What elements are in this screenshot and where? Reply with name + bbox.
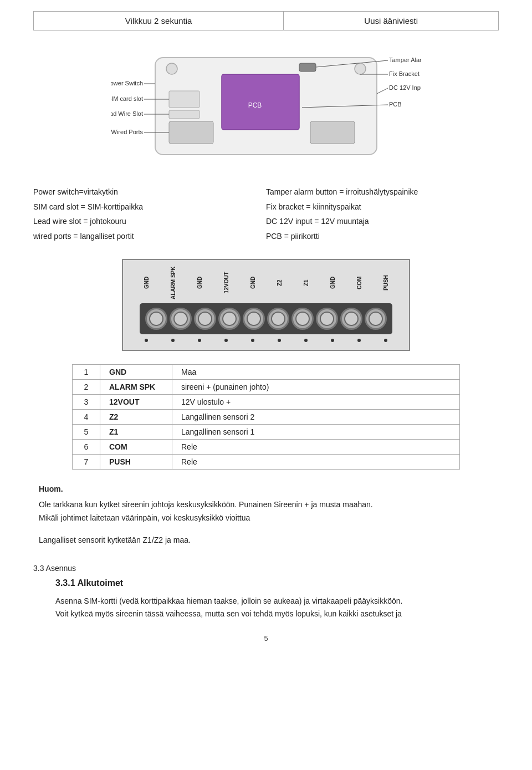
label-fix-bracket: Fix Bracket	[389, 70, 420, 77]
row-6-name: COM	[100, 440, 172, 455]
trans-right-1: Tamper alarm button = irroitushälytyspai…	[266, 185, 499, 200]
trans-left-2: SIM card slot = SIM-korttipaikka	[33, 200, 266, 215]
label-tamper: Tamper Alarm Button	[389, 57, 421, 63]
row-4-desc: Langallinen sensori 2	[172, 410, 460, 425]
port-connector-1	[145, 308, 167, 330]
section-body-2: Voit kytkeä myös sireenin tässä vaiheess…	[33, 608, 499, 621]
translations-section: Power switch=virtakytkin SIM card slot =…	[33, 185, 499, 243]
svg-rect-3	[310, 121, 355, 144]
port-connector-3	[194, 308, 216, 330]
svg-point-6	[166, 63, 177, 74]
row-7-name: PUSH	[100, 455, 172, 470]
table-row: 5 Z1 Langallinen sensori 1	[73, 425, 460, 440]
label-wired-ports: Wired Ports	[111, 129, 144, 135]
table-row: 6 COM Rele	[73, 440, 460, 455]
notes-text-2: Mikäli johtimet laitetaan väärinpäin, vo…	[39, 512, 493, 525]
label-sim-card: SIM card slot	[111, 95, 143, 102]
section-body-1: Asenna SIM-kortti (vedä korttipaikkaa hi…	[33, 595, 499, 608]
row-7-num: 7	[73, 455, 100, 470]
port-labels-row: GND ALARM SPK GND 12VOUT GND Z2 Z1 GND C…	[133, 266, 399, 300]
notes-text-3: Langalliset sensorit kytketään Z1/Z2 ja …	[39, 534, 493, 547]
port-label-4: 12VOUT	[213, 266, 239, 300]
row-3-name: 12VOUT	[100, 395, 172, 410]
section-3-label: 3.3 Asennus	[33, 564, 499, 573]
section-3-1-label: 3.3.1 Alkutoimet	[55, 578, 499, 588]
port-label-1: GND	[133, 266, 160, 300]
port-connector-4	[218, 308, 241, 330]
device-diagram: PCB Power Switch SIM card slot Lead Wire…	[33, 44, 499, 171]
trans-left-3: Lead wire slot = johtokouru	[33, 214, 266, 229]
page-number: 5	[33, 634, 499, 642]
label-power-switch: Power Switch	[111, 80, 143, 86]
notes-section: Huom. Ole tarkkana kun kytket sireenin j…	[33, 483, 499, 547]
port-table: 1 GND Maa 2 ALARM SPK sireeni + (punaine…	[72, 364, 460, 470]
row-6-desc: Rele	[172, 440, 460, 455]
trans-left-1: Power switch=virtakytkin	[33, 185, 266, 200]
port-label-2: ALARM SPK	[160, 266, 186, 300]
label-pcb: PCB	[389, 101, 402, 108]
row-5-num: 5	[73, 425, 100, 440]
top-table-cell-1: Vilkkuu 2 sekuntia	[34, 12, 284, 30]
port-label-9: COM	[346, 266, 372, 300]
table-row: 2 ALARM SPK sireeni + (punainen johto)	[73, 380, 460, 395]
port-connector-7	[291, 308, 314, 330]
port-connector-6	[267, 308, 289, 330]
port-connector-10	[365, 308, 387, 330]
port-label-6: Z2	[266, 266, 293, 300]
row-1-name: GND	[100, 365, 172, 380]
row-3-num: 3	[73, 395, 100, 410]
trans-right-3: DC 12V input = 12V muuntaja	[266, 214, 499, 229]
port-connector-9	[340, 308, 362, 330]
top-table-cell-2: Uusi ääniviesti	[284, 12, 499, 30]
row-3-desc: 12V ulostulo +	[172, 395, 460, 410]
row-4-num: 4	[73, 410, 100, 425]
port-connector-5	[243, 308, 265, 330]
table-row: 7 PUSH Rele	[73, 455, 460, 470]
port-connector-8	[316, 308, 338, 330]
svg-text:PCB: PCB	[248, 101, 262, 109]
trans-left-4: wired ports = langalliset portit	[33, 229, 266, 244]
svg-rect-2	[169, 121, 213, 144]
svg-rect-4	[169, 91, 200, 108]
translations-right: Tamper alarm button = irroitushälytyspai…	[266, 185, 499, 243]
label-lead-wire: Lead Wire Slot	[111, 110, 143, 117]
table-row: 4 Z2 Langallinen sensori 2	[73, 410, 460, 425]
row-4-name: Z2	[100, 410, 172, 425]
row-2-num: 2	[73, 380, 100, 395]
port-diagram: GND ALARM SPK GND 12VOUT GND Z2 Z1 GND C…	[33, 259, 499, 351]
port-dots-row	[133, 339, 399, 342]
row-2-desc: sireeni + (punainen johto)	[172, 380, 460, 395]
trans-right-4: PCB = piirikortti	[266, 229, 499, 244]
row-2-name: ALARM SPK	[100, 380, 172, 395]
svg-line-16	[377, 88, 388, 94]
row-5-name: Z1	[100, 425, 172, 440]
port-label-5: GND	[239, 266, 266, 300]
table-row: 1 GND Maa	[73, 365, 460, 380]
svg-rect-5	[169, 110, 200, 119]
row-5-desc: Langallinen sensori 1	[172, 425, 460, 440]
port-connector-2	[170, 308, 192, 330]
port-label-7: Z1	[293, 266, 319, 300]
row-7-desc: Rele	[172, 455, 460, 470]
row-1-num: 1	[73, 365, 100, 380]
notes-label: Huom.	[39, 483, 493, 496]
svg-point-7	[355, 63, 366, 74]
port-label-3: GND	[186, 266, 213, 300]
port-label-10: PUSH	[372, 266, 399, 300]
trans-right-2: Fix bracket = kiinnityspaikat	[266, 200, 499, 215]
translations-left: Power switch=virtakytkin SIM card slot =…	[33, 185, 266, 243]
port-label-8: GND	[319, 266, 346, 300]
label-dc12v: DC 12V Input	[389, 84, 421, 91]
row-6-num: 6	[73, 440, 100, 455]
notes-text-1: Ole tarkkana kun kytket sireenin johtoja…	[39, 498, 493, 512]
device-svg: PCB Power Switch SIM card slot Lead Wire…	[111, 44, 421, 171]
port-connectors-row	[140, 303, 392, 334]
table-row: 3 12VOUT 12V ulostulo +	[73, 395, 460, 410]
svg-rect-8	[299, 63, 316, 72]
top-table: Vilkkuu 2 sekuntia Uusi ääniviesti	[33, 11, 499, 30]
row-1-desc: Maa	[172, 365, 460, 380]
